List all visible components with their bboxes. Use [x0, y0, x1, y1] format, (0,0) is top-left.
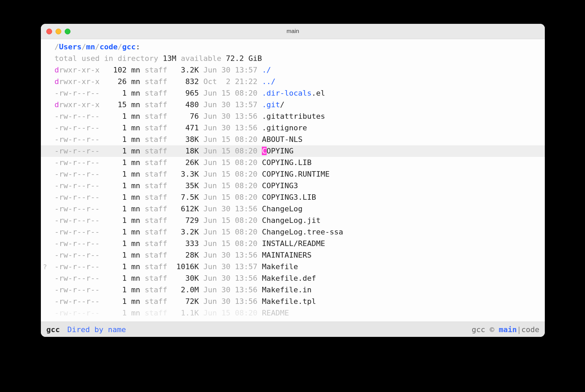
dired-row[interactable]: -rw-r--r-- 1 mn staff 1.1K Jun 15 08:20 … [41, 307, 545, 319]
header-avail: 72.2 GiB [226, 54, 262, 63]
dired-row[interactable]: -rw-r--r-- 1 mn staff 3.3K Jun 15 08:20 … [41, 168, 545, 180]
size: 1.1K [172, 309, 199, 317]
dired-row[interactable]: -rw-r--r-- 1 mn staff 72K Jun 30 13:56 M… [41, 296, 545, 307]
minimize-icon[interactable] [56, 29, 61, 34]
links: 1 [104, 135, 127, 144]
owner: mn [131, 297, 140, 306]
dired-row[interactable]: -rw-r--r-- 1 mn staff 965 Jun 15 08:20 .… [41, 87, 545, 99]
date: Jun 30 13:56 [203, 251, 257, 259]
file-name[interactable]: .git [262, 100, 280, 109]
file-suffix: / [280, 100, 284, 109]
zoom-icon[interactable] [65, 29, 70, 34]
dired-row[interactable]: -rw-r--r-- 1 mn staff 28K Jun 30 13:56 M… [41, 249, 545, 261]
file-name[interactable]: ./ [262, 66, 271, 74]
group: staff [145, 112, 167, 120]
date: Jun 15 08:20 [203, 89, 257, 97]
file-name[interactable]: COPYING3 [262, 181, 298, 190]
date: Jun 30 13:56 [203, 285, 257, 294]
modeline-vc-branch[interactable]: main [499, 325, 517, 334]
group: staff [145, 216, 167, 225]
size: 35K [172, 181, 199, 190]
modeline-vc-project: gcc [472, 325, 485, 334]
dired-row[interactable]: -rw-r--r-- 1 mn staff 30K Jun 30 13:56 M… [41, 273, 545, 284]
dired-row[interactable]: drwxr-xr-x 26 mn staff 832 Oct 2 21:22 .… [41, 76, 545, 87]
perm-bits: -rw-r--r-- [54, 193, 99, 201]
links: 1 [104, 297, 127, 306]
file-name[interactable]: ChangeLog.jit [262, 216, 320, 225]
owner: mn [131, 100, 140, 109]
file-name[interactable]: .gitattributes [262, 112, 325, 120]
owner: mn [131, 89, 140, 97]
modeline-buffer-name[interactable]: gcc [46, 325, 60, 334]
dired-row[interactable]: -rw-r--r-- 1 mn staff 471 Jun 30 13:56 .… [41, 122, 545, 134]
path-sep: / [95, 43, 99, 51]
dired-row[interactable]: -rw-r--r-- 1 mn staff 76 Jun 30 13:56 .g… [41, 111, 545, 122]
file-name[interactable]: .gitignore [262, 124, 307, 132]
date: Jun 30 13:57 [203, 262, 257, 271]
file-name[interactable]: ../ [262, 77, 275, 86]
editor-window: main /Users/mn/code/gcc:total used in di… [41, 24, 545, 337]
owner: mn [131, 285, 140, 294]
file-name[interactable]: COPYING.LIB [262, 158, 312, 167]
links: 15 [104, 100, 127, 109]
dired-row[interactable]: -rw-r--r-- 1 mn staff 2.0M Jun 30 13:56 … [41, 284, 545, 296]
dired-row[interactable]: ?-rw-r--r-- 1 mn staff 1016K Jun 30 13:5… [41, 261, 545, 273]
file-name[interactable]: MAINTAINERS [262, 251, 312, 259]
perm-bits: -rw-r--r-- [54, 309, 99, 317]
dired-row[interactable]: -rw-r--r-- 1 mn staff 7.5K Jun 15 08:20 … [41, 192, 545, 203]
group: staff [145, 89, 167, 97]
owner: mn [131, 66, 140, 74]
dired-row[interactable]: -rw-r--r-- 1 mn staff 612K Jun 30 13:56 … [41, 203, 545, 215]
owner: mn [131, 262, 140, 271]
size: 2.0M [172, 285, 199, 294]
file-name[interactable]: .dir-locals [262, 89, 312, 97]
owner: mn [131, 251, 140, 259]
dired-row[interactable]: -rw-r--r-- 1 mn staff 333 Jun 15 08:20 I… [41, 238, 545, 249]
modeline-major-mode[interactable]: Dired by name [67, 325, 126, 334]
path-part[interactable]: gcc [122, 43, 136, 51]
links: 1 [104, 216, 127, 225]
perm-bits: -rw-r--r-- [54, 181, 99, 190]
path-part[interactable]: code [99, 43, 117, 51]
file-name[interactable]: COPYING3.LIB [262, 193, 316, 201]
date: Jun 15 08:20 [203, 147, 257, 155]
dired-row[interactable]: -rw-r--r-- 1 mn staff 26K Jun 15 08:20 C… [41, 157, 545, 168]
dired-buffer[interactable]: /Users/mn/code/gcc:total used in directo… [41, 39, 545, 322]
dired-row[interactable]: -rw-r--r-- 1 mn staff 18K Jun 15 08:20 C… [41, 145, 545, 157]
size: 333 [172, 239, 199, 248]
file-name[interactable]: COPYING.RUNTIME [262, 170, 330, 178]
dired-row[interactable]: -rw-r--r-- 1 mn staff 35K Jun 15 08:20 C… [41, 180, 545, 192]
path-part[interactable]: mn [86, 43, 95, 51]
group: staff [145, 262, 167, 271]
file-name[interactable]: ABOUT-NLS [262, 135, 302, 144]
size: 965 [172, 89, 199, 97]
size: 72K [172, 297, 199, 306]
links: 1 [104, 112, 127, 120]
dired-row[interactable]: -rw-r--r-- 1 mn staff 729 Jun 15 08:20 C… [41, 215, 545, 226]
links: 102 [104, 66, 127, 74]
date: Oct 2 21:22 [203, 77, 257, 86]
file-name[interactable]: ChangeLog [262, 205, 302, 213]
links: 1 [104, 181, 127, 190]
dired-row[interactable]: drwxr-xr-x 102 mn staff 3.2K Jun 30 13:5… [41, 64, 545, 76]
file-name[interactable]: Makefile.tpl [262, 297, 316, 306]
path-part[interactable]: Users [59, 43, 81, 51]
dired-row[interactable]: drwxr-xr-x 15 mn staff 480 Jun 30 13:57 … [41, 99, 545, 111]
file-name[interactable]: Makefile.in [262, 285, 312, 294]
file-name[interactable]: README [262, 309, 289, 317]
file-name[interactable]: OPYING [267, 147, 294, 155]
header-mid: available [176, 54, 226, 63]
date: Jun 15 08:20 [203, 170, 257, 178]
date: Jun 30 13:56 [203, 274, 257, 282]
file-name[interactable]: Makefile.def [262, 274, 316, 282]
size: 729 [172, 216, 199, 225]
file-name[interactable]: INSTALL/README [262, 239, 325, 248]
links: 26 [104, 77, 127, 86]
size: 480 [172, 100, 199, 109]
group: staff [145, 285, 167, 294]
close-icon[interactable] [46, 29, 52, 34]
dired-row[interactable]: -rw-r--r-- 1 mn staff 3.2K Jun 15 08:20 … [41, 226, 545, 238]
file-name[interactable]: Makefile [262, 262, 298, 271]
file-name[interactable]: ChangeLog.tree-ssa [262, 228, 343, 236]
dired-row[interactable]: -rw-r--r-- 1 mn staff 38K Jun 15 08:20 A… [41, 134, 545, 145]
